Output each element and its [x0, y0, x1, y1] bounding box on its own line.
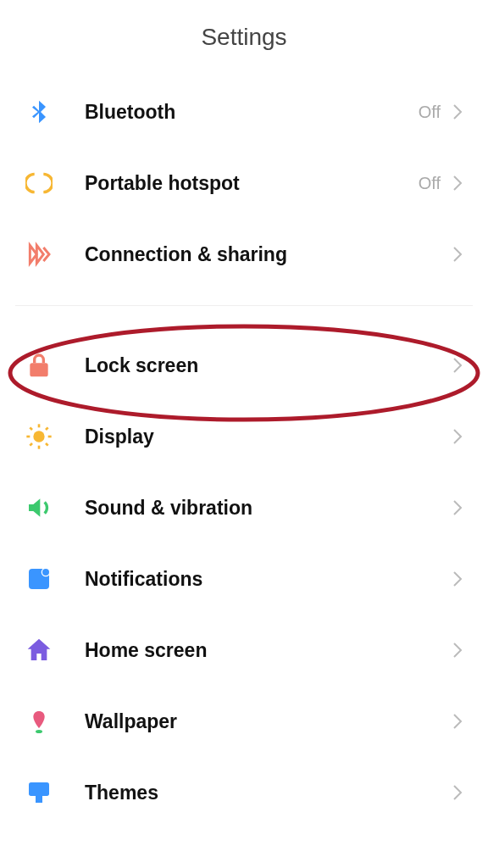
sound-icon — [25, 494, 85, 521]
home-icon — [25, 637, 85, 664]
chevron-right-icon — [452, 499, 463, 516]
svg-point-13 — [36, 730, 42, 733]
chevron-right-icon — [452, 357, 463, 374]
settings-item-label: Portable hotspot — [85, 172, 419, 195]
settings-item-home-screen[interactable]: Home screen — [0, 615, 488, 686]
settings-list: Bluetooth Off Portable hotspot Off Conne… — [0, 76, 488, 828]
svg-rect-0 — [30, 363, 47, 376]
chevron-right-icon — [452, 784, 463, 801]
settings-item-display[interactable]: Display — [0, 401, 488, 472]
settings-item-label: Connection & sharing — [85, 243, 452, 266]
settings-item-themes[interactable]: Themes — [0, 757, 488, 828]
chevron-right-icon — [452, 570, 463, 587]
notifications-icon — [25, 565, 85, 593]
settings-item-notifications[interactable]: Notifications — [0, 543, 488, 615]
settings-item-label: Notifications — [85, 568, 452, 591]
chevron-right-icon — [452, 103, 463, 120]
settings-item-status: Off — [419, 174, 441, 193]
page-title: Settings — [0, 24, 488, 51]
section-divider — [15, 305, 473, 306]
wallpaper-icon — [25, 708, 85, 735]
settings-item-lock-screen[interactable]: Lock screen — [0, 330, 488, 401]
svg-rect-14 — [29, 782, 49, 796]
svg-line-8 — [30, 443, 32, 446]
settings-item-sound-vibration[interactable]: Sound & vibration — [0, 472, 488, 543]
chevron-right-icon — [452, 713, 463, 730]
header: Settings — [0, 0, 488, 76]
lock-icon — [25, 352, 85, 379]
svg-rect-15 — [36, 796, 42, 803]
svg-line-6 — [30, 427, 32, 430]
settings-item-label: Home screen — [85, 639, 452, 662]
share-icon — [25, 241, 85, 268]
hotspot-icon — [25, 170, 85, 197]
settings-item-label: Wallpaper — [85, 710, 452, 733]
settings-item-bluetooth[interactable]: Bluetooth Off — [0, 76, 488, 147]
settings-item-label: Themes — [85, 782, 452, 804]
settings-item-label: Sound & vibration — [85, 497, 452, 520]
bluetooth-icon — [25, 98, 85, 125]
svg-line-9 — [46, 427, 48, 430]
chevron-right-icon — [452, 642, 463, 659]
settings-item-label: Lock screen — [85, 354, 452, 377]
chevron-right-icon — [452, 175, 463, 192]
settings-item-wallpaper[interactable]: Wallpaper — [0, 686, 488, 757]
chevron-right-icon — [452, 246, 463, 263]
svg-point-12 — [42, 569, 49, 576]
settings-item-connection-sharing[interactable]: Connection & sharing — [0, 219, 488, 290]
svg-line-7 — [46, 443, 48, 446]
themes-icon — [25, 779, 85, 806]
settings-item-portable-hotspot[interactable]: Portable hotspot Off — [0, 147, 488, 219]
settings-item-label: Display — [85, 426, 452, 448]
settings-item-label: Bluetooth — [85, 101, 419, 124]
settings-item-status: Off — [419, 103, 441, 122]
sun-icon — [25, 423, 85, 450]
svg-point-1 — [33, 431, 44, 442]
chevron-right-icon — [452, 428, 463, 445]
